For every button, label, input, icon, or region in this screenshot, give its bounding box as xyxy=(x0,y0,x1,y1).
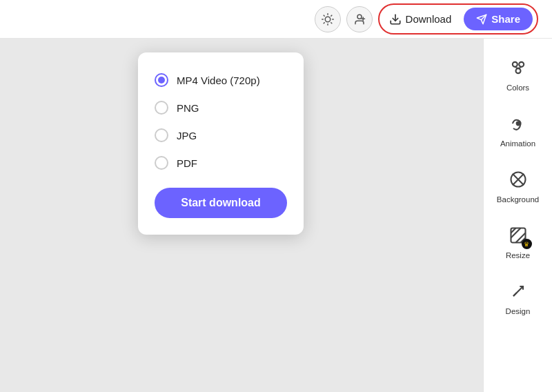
radio-mp4[interactable] xyxy=(155,73,168,87)
sidebar-item-colors[interactable]: Colors xyxy=(488,47,549,100)
svg-point-18 xyxy=(516,122,520,126)
animation-label: Animation xyxy=(500,139,535,148)
svg-line-7 xyxy=(324,22,324,23)
svg-line-3 xyxy=(324,15,324,16)
option-jpg-label: JPG xyxy=(177,130,197,141)
download-button[interactable]: Download xyxy=(382,9,459,30)
option-pdf[interactable]: PDF xyxy=(155,149,287,177)
add-person-button[interactable] xyxy=(346,6,373,32)
option-mp4-label: MP4 Video (720p) xyxy=(177,75,260,86)
design-icon xyxy=(509,282,528,301)
radio-pdf[interactable] xyxy=(155,156,168,170)
svg-point-0 xyxy=(325,17,331,22)
option-png-label: PNG xyxy=(177,102,199,114)
svg-point-17 xyxy=(515,68,520,73)
download-icon xyxy=(389,13,402,26)
lightbulb-icon xyxy=(322,13,334,26)
download-dropdown: MP4 Video (720p) PNG JPG PDF Start downl… xyxy=(138,52,304,235)
main-area: MP4 Video (720p) PNG JPG PDF Start downl… xyxy=(0,39,552,392)
action-buttons-group: Download Share xyxy=(378,3,538,35)
svg-point-9 xyxy=(357,14,362,19)
colors-icon-container xyxy=(506,55,531,80)
crown-badge: ♛ xyxy=(522,239,532,249)
background-label: Background xyxy=(497,195,539,204)
sidebar-item-animation[interactable]: Animation xyxy=(488,103,549,156)
option-pdf-label: PDF xyxy=(177,157,197,169)
share-button[interactable]: Share xyxy=(464,8,533,30)
svg-line-4 xyxy=(331,22,331,23)
option-png[interactable]: PNG xyxy=(155,94,287,121)
download-label: Download xyxy=(406,13,452,25)
add-person-icon xyxy=(353,13,366,26)
option-mp4[interactable]: MP4 Video (720p) xyxy=(155,66,287,94)
radio-jpg[interactable] xyxy=(155,128,168,142)
resize-label: Resize xyxy=(506,251,530,259)
option-jpg[interactable]: JPG xyxy=(155,121,287,149)
background-icon xyxy=(509,170,528,189)
lightbulb-button[interactable] xyxy=(315,6,341,32)
share-icon xyxy=(476,14,487,25)
colors-icon xyxy=(509,58,528,77)
design-label: Design xyxy=(506,307,531,315)
radio-png[interactable] xyxy=(155,101,168,115)
svg-point-15 xyxy=(512,62,517,67)
svg-line-24 xyxy=(513,293,517,296)
share-label: Share xyxy=(491,13,520,25)
animation-icon-container xyxy=(506,111,531,136)
design-icon-container xyxy=(506,279,531,304)
header: Download Share xyxy=(0,0,552,39)
sidebar-item-background[interactable]: Background xyxy=(488,159,549,212)
background-icon-container xyxy=(506,167,531,192)
svg-point-16 xyxy=(519,62,524,67)
canvas-area: MP4 Video (720p) PNG JPG PDF Start downl… xyxy=(0,39,483,392)
resize-icon-container: ♛ xyxy=(506,223,531,248)
sidebar-item-resize[interactable]: ♛ Resize xyxy=(488,215,549,268)
right-sidebar: Colors Animation Background xyxy=(483,39,552,392)
svg-line-8 xyxy=(331,15,331,16)
animation-icon xyxy=(509,114,528,133)
sidebar-item-design[interactable]: Design xyxy=(488,271,549,324)
start-download-label: Start download xyxy=(181,197,261,208)
start-download-button[interactable]: Start download xyxy=(155,188,287,218)
colors-label: Colors xyxy=(506,84,529,92)
